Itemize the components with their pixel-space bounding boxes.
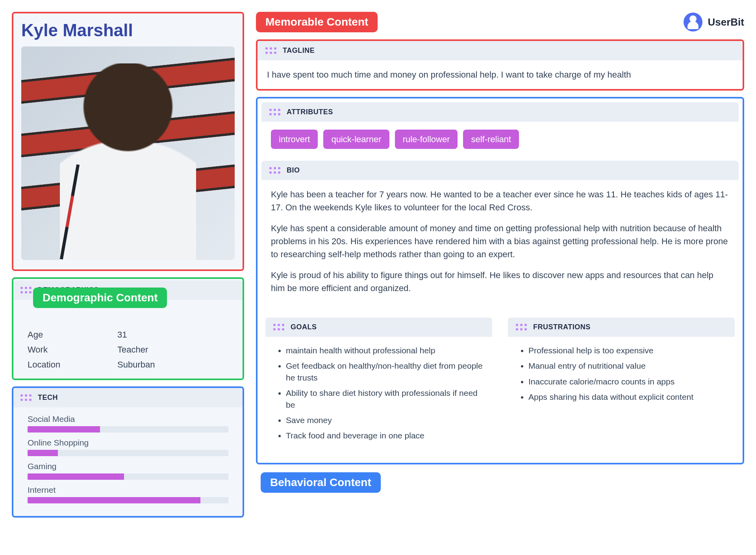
goal-item: Track food and beverage in one place — [286, 430, 483, 441]
persona-identity-card: Kyle Marshall — [12, 12, 244, 271]
tech-label: Social Media — [28, 414, 228, 424]
annotation-demographic: Demographic Content — [33, 288, 167, 308]
tech-bar — [28, 497, 228, 503]
drag-handle-icon[interactable] — [269, 109, 280, 115]
frustration-item: Manual entry of nutritional value — [528, 360, 725, 371]
drag-handle-icon[interactable] — [273, 324, 284, 330]
goals-heading: GOALS — [291, 323, 317, 331]
frustration-item: Inaccurate calorie/macro counts in apps — [528, 376, 725, 387]
tech-label: Internet — [28, 485, 228, 495]
attribute-tag[interactable]: self-reliant — [463, 130, 519, 149]
tech-card: TECH Social MediaOnline ShoppingGamingIn… — [12, 386, 244, 518]
tech-item: Internet — [20, 484, 236, 507]
tagline-heading: TAGLINE — [283, 46, 315, 55]
goal-item: Get feedback on healthy/non-healthy diet… — [286, 360, 483, 383]
attributes-heading: ATTRIBUTES — [287, 108, 333, 116]
goal-item: Save money — [286, 414, 483, 426]
behavioral-group: ATTRIBUTES introvertquick-learnerrule-fo… — [256, 97, 744, 464]
tech-item: Gaming — [20, 460, 236, 484]
demographic-key: Age — [28, 330, 114, 340]
demographic-row: WorkTeacher — [20, 342, 236, 357]
drag-handle-icon[interactable] — [20, 287, 32, 293]
bio-heading: BIO — [287, 166, 300, 174]
goal-item: maintain health without professional hel… — [286, 345, 483, 356]
attribute-tag[interactable]: rule-follower — [395, 130, 458, 149]
attribute-tag[interactable]: quick-learner — [323, 130, 389, 149]
tech-label: Gaming — [28, 462, 228, 471]
goals-panel: GOALS maintain health without profession… — [265, 317, 492, 453]
frustration-item: Apps sharing his data without explicit c… — [528, 391, 725, 403]
bio-paragraph: Kyle has spent a considerable amount of … — [271, 222, 729, 261]
bio-paragraph: Kyle has been a teacher for 7 years now.… — [271, 188, 729, 214]
bio-panel: BIO Kyle has been a teacher for 7 years … — [261, 161, 739, 310]
drag-handle-icon[interactable] — [20, 394, 32, 401]
demographic-value: Teacher — [117, 345, 148, 355]
demographic-row: LocationSuburban — [20, 357, 236, 372]
annotation-behavioral: Behavioral Content — [261, 472, 381, 493]
frustrations-heading: FRUSTRATIONS — [533, 323, 591, 331]
goal-item: Ability to share diet history with profe… — [286, 387, 483, 410]
persona-photo — [21, 46, 235, 260]
drag-handle-icon[interactable] — [269, 167, 280, 174]
demographic-key: Location — [28, 360, 114, 370]
demographic-value: 31 — [117, 330, 127, 340]
brand: UserBit — [684, 13, 744, 32]
tagline-text: I have spent too much time and money on … — [258, 60, 743, 89]
tagline-panel: TAGLINE I have spent too much time and m… — [256, 39, 744, 91]
tech-bar — [28, 450, 228, 456]
persona-name: Kyle Marshall — [21, 20, 235, 40]
tech-item: Online Shopping — [20, 436, 236, 460]
drag-handle-icon[interactable] — [265, 47, 276, 54]
demographic-key: Work — [28, 345, 114, 355]
brand-name: UserBit — [708, 16, 744, 28]
attribute-tag[interactable]: introvert — [271, 130, 318, 149]
demographic-row: Age31 — [20, 327, 236, 342]
tech-bar — [28, 473, 228, 480]
bio-paragraph: Kyle is proud of his ability to figure t… — [271, 269, 729, 295]
tech-bar — [28, 426, 228, 432]
tech-item: Social Media — [20, 413, 236, 436]
attributes-panel: ATTRIBUTES introvertquick-learnerrule-fo… — [261, 102, 739, 157]
tech-heading: TECH — [38, 394, 58, 402]
frustrations-panel: FRUSTRATIONS Professional help is too ex… — [508, 317, 735, 453]
annotation-memorable: Memorable Content — [256, 12, 378, 32]
tech-label: Online Shopping — [28, 438, 228, 447]
demographics-card: Demographic Content DEMOGRAPHICS Age31Wo… — [12, 277, 244, 380]
frustration-item: Professional help is too expensive — [528, 345, 725, 356]
demographic-value: Suburban — [117, 360, 155, 370]
drag-handle-icon[interactable] — [516, 324, 527, 330]
brand-logo-icon — [684, 13, 702, 32]
